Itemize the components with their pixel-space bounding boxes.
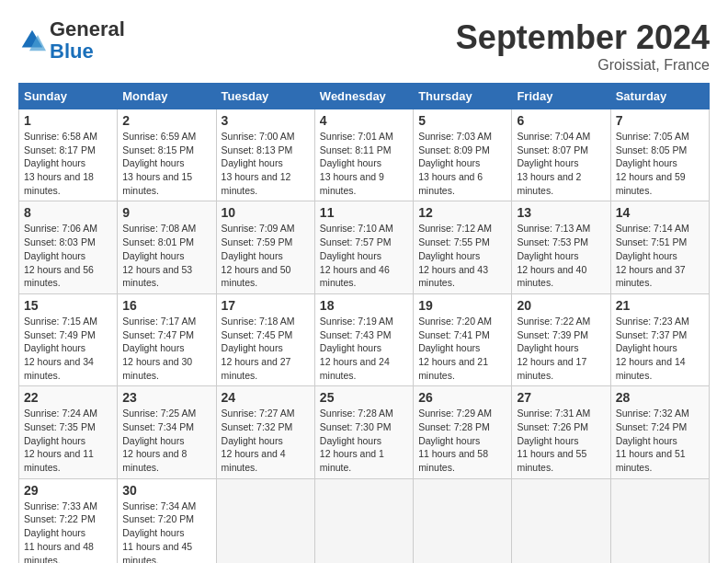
day-info: Sunrise: 7:33 AM Sunset: 7:22 PM Dayligh…	[24, 500, 112, 563]
col-monday: Monday	[118, 84, 216, 109]
calendar-day-30: 30 Sunrise: 7:34 AM Sunset: 7:20 PM Dayl…	[118, 478, 216, 563]
calendar-day-14: 14 Sunrise: 7:14 AM Sunset: 7:51 PM Dayl…	[610, 201, 709, 293]
day-info: Sunrise: 7:25 AM Sunset: 7:34 PM Dayligh…	[122, 407, 210, 474]
day-info: Sunrise: 7:15 AM Sunset: 7:49 PM Dayligh…	[24, 315, 112, 382]
day-info: Sunrise: 7:31 AM Sunset: 7:26 PM Dayligh…	[517, 407, 605, 474]
logo-blue: Blue	[50, 40, 125, 63]
day-number: 15	[24, 298, 112, 313]
day-number: 24	[222, 390, 310, 405]
day-info: Sunrise: 7:27 AM Sunset: 7:32 PM Dayligh…	[222, 407, 310, 474]
calendar-day-4: 4 Sunrise: 7:01 AM Sunset: 8:11 PM Dayli…	[314, 109, 413, 201]
day-number: 19	[418, 298, 506, 313]
calendar-day-27: 27 Sunrise: 7:31 AM Sunset: 7:26 PM Dayl…	[512, 386, 610, 478]
day-info: Sunrise: 7:34 AM Sunset: 7:20 PM Dayligh…	[122, 500, 210, 563]
day-number: 27	[517, 390, 605, 405]
location: Groissiat, France	[456, 57, 710, 74]
calendar-header-row: Sunday Monday Tuesday Wednesday Thursday…	[19, 84, 710, 109]
day-number: 12	[418, 205, 506, 220]
calendar-day-19: 19 Sunrise: 7:20 AM Sunset: 7:41 PM Dayl…	[414, 293, 512, 385]
calendar-day-10: 10 Sunrise: 7:09 AM Sunset: 7:59 PM Dayl…	[216, 201, 314, 293]
col-wednesday: Wednesday	[314, 84, 413, 109]
day-info: Sunrise: 7:13 AM Sunset: 7:53 PM Dayligh…	[517, 222, 605, 289]
day-number: 30	[122, 483, 210, 498]
day-number: 21	[616, 298, 704, 313]
calendar-day-26: 26 Sunrise: 7:29 AM Sunset: 7:28 PM Dayl…	[414, 386, 512, 478]
calendar-day-23: 23 Sunrise: 7:25 AM Sunset: 7:34 PM Dayl…	[118, 386, 216, 478]
day-number: 6	[517, 113, 605, 128]
day-number: 29	[24, 483, 112, 498]
day-info: Sunrise: 7:10 AM Sunset: 7:57 PM Dayligh…	[320, 222, 408, 289]
day-info: Sunrise: 7:00 AM Sunset: 8:13 PM Dayligh…	[222, 130, 310, 197]
calendar-day-5: 5 Sunrise: 7:03 AM Sunset: 8:09 PM Dayli…	[414, 109, 512, 201]
col-sunday: Sunday	[19, 84, 118, 109]
calendar-day-3: 3 Sunrise: 7:00 AM Sunset: 8:13 PM Dayli…	[216, 109, 314, 201]
day-info: Sunrise: 7:28 AM Sunset: 7:30 PM Dayligh…	[320, 407, 408, 474]
day-number: 18	[320, 298, 408, 313]
calendar-empty	[610, 478, 709, 563]
day-number: 20	[517, 298, 605, 313]
calendar-empty	[414, 478, 512, 563]
col-friday: Friday	[512, 84, 610, 109]
calendar-day-13: 13 Sunrise: 7:13 AM Sunset: 7:53 PM Dayl…	[512, 201, 610, 293]
day-info: Sunrise: 7:14 AM Sunset: 7:51 PM Dayligh…	[616, 222, 704, 289]
day-info: Sunrise: 7:06 AM Sunset: 8:03 PM Dayligh…	[24, 222, 112, 289]
day-info: Sunrise: 7:03 AM Sunset: 8:09 PM Dayligh…	[418, 130, 506, 197]
calendar-day-9: 9 Sunrise: 7:08 AM Sunset: 8:01 PM Dayli…	[118, 201, 216, 293]
calendar-day-15: 15 Sunrise: 7:15 AM Sunset: 7:49 PM Dayl…	[19, 293, 118, 385]
day-info: Sunrise: 7:23 AM Sunset: 7:37 PM Dayligh…	[616, 315, 704, 382]
calendar-empty	[512, 478, 610, 563]
day-number: 9	[122, 205, 210, 220]
day-info: Sunrise: 7:12 AM Sunset: 7:55 PM Dayligh…	[418, 222, 506, 289]
day-number: 5	[418, 113, 506, 128]
day-number: 23	[122, 390, 210, 405]
day-number: 11	[320, 205, 408, 220]
day-number: 8	[24, 205, 112, 220]
day-info: Sunrise: 7:20 AM Sunset: 7:41 PM Dayligh…	[418, 315, 506, 382]
calendar-day-24: 24 Sunrise: 7:27 AM Sunset: 7:32 PM Dayl…	[216, 386, 314, 478]
day-info: Sunrise: 7:05 AM Sunset: 8:05 PM Dayligh…	[616, 130, 704, 197]
calendar-table: Sunday Monday Tuesday Wednesday Thursday…	[18, 83, 710, 563]
day-info: Sunrise: 7:32 AM Sunset: 7:24 PM Dayligh…	[616, 407, 704, 474]
day-number: 2	[122, 113, 210, 128]
calendar-day-1: 1 Sunrise: 6:58 AM Sunset: 8:17 PM Dayli…	[19, 109, 118, 201]
title-block: September 2024 Groissiat, France	[456, 18, 710, 74]
day-number: 14	[616, 205, 704, 220]
calendar-week-5: 29 Sunrise: 7:33 AM Sunset: 7:22 PM Dayl…	[19, 478, 710, 563]
day-info: Sunrise: 7:17 AM Sunset: 7:47 PM Dayligh…	[122, 315, 210, 382]
day-info: Sunrise: 7:08 AM Sunset: 8:01 PM Dayligh…	[122, 222, 210, 289]
day-info: Sunrise: 7:22 AM Sunset: 7:39 PM Dayligh…	[517, 315, 605, 382]
col-tuesday: Tuesday	[216, 84, 314, 109]
day-number: 1	[24, 113, 112, 128]
day-info: Sunrise: 6:59 AM Sunset: 8:15 PM Dayligh…	[122, 130, 210, 197]
calendar-day-8: 8 Sunrise: 7:06 AM Sunset: 8:03 PM Dayli…	[19, 201, 118, 293]
calendar-week-1: 1 Sunrise: 6:58 AM Sunset: 8:17 PM Dayli…	[19, 109, 710, 201]
day-info: Sunrise: 7:19 AM Sunset: 7:43 PM Dayligh…	[320, 315, 408, 382]
day-info: Sunrise: 7:24 AM Sunset: 7:35 PM Dayligh…	[24, 407, 112, 474]
logo-general: General	[50, 18, 125, 40]
day-number: 4	[320, 113, 408, 128]
logo-icon	[18, 27, 46, 54]
calendar-day-2: 2 Sunrise: 6:59 AM Sunset: 8:15 PM Dayli…	[118, 109, 216, 201]
page-header: General Blue September 2024 Groissiat, F…	[18, 18, 710, 74]
day-number: 13	[517, 205, 605, 220]
day-number: 16	[122, 298, 210, 313]
day-number: 28	[616, 390, 704, 405]
day-number: 17	[222, 298, 310, 313]
day-number: 25	[320, 390, 408, 405]
calendar-day-16: 16 Sunrise: 7:17 AM Sunset: 7:47 PM Dayl…	[118, 293, 216, 385]
calendar-day-25: 25 Sunrise: 7:28 AM Sunset: 7:30 PM Dayl…	[314, 386, 413, 478]
day-info: Sunrise: 7:29 AM Sunset: 7:28 PM Dayligh…	[418, 407, 506, 474]
calendar-empty	[314, 478, 413, 563]
day-number: 7	[616, 113, 704, 128]
day-info: Sunrise: 7:01 AM Sunset: 8:11 PM Dayligh…	[320, 130, 408, 197]
logo: General Blue	[18, 18, 125, 63]
month-title: September 2024	[456, 18, 710, 57]
col-thursday: Thursday	[414, 84, 512, 109]
day-number: 3	[222, 113, 310, 128]
day-number: 26	[418, 390, 506, 405]
calendar-day-18: 18 Sunrise: 7:19 AM Sunset: 7:43 PM Dayl…	[314, 293, 413, 385]
calendar-day-22: 22 Sunrise: 7:24 AM Sunset: 7:35 PM Dayl…	[19, 386, 118, 478]
calendar-day-12: 12 Sunrise: 7:12 AM Sunset: 7:55 PM Dayl…	[414, 201, 512, 293]
calendar-empty	[216, 478, 314, 563]
col-saturday: Saturday	[610, 84, 709, 109]
